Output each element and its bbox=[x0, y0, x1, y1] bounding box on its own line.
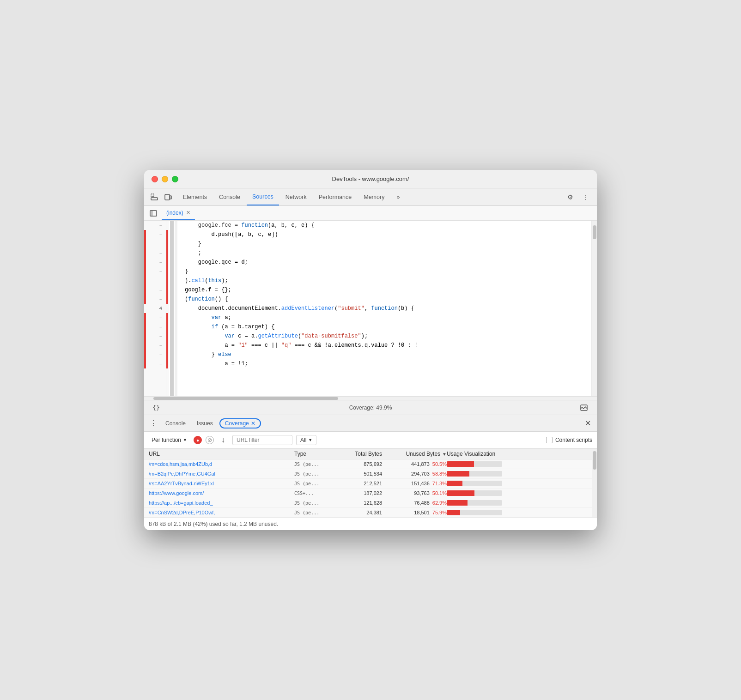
bottom-panel: {} Coverage: 49.9% ⋮ Console Issues Cove… bbox=[144, 400, 597, 530]
cell-unused: 18,501 75.9% bbox=[382, 510, 447, 515]
code-line: ).call(this); bbox=[185, 276, 597, 285]
screenshot-icon[interactable] bbox=[577, 401, 590, 414]
devtools-window: DevTools - www.google.com/ Elements Cons… bbox=[144, 170, 597, 530]
all-filter-dropdown[interactable]: All ▼ bbox=[296, 435, 316, 445]
code-line: document.documentElement.addEventListene… bbox=[185, 304, 597, 313]
cell-type: JS (pe... bbox=[294, 471, 336, 477]
sidebar-toggle-icon[interactable] bbox=[148, 208, 159, 219]
cell-unused: 151,436 71.3% bbox=[382, 481, 447, 486]
cell-vis bbox=[447, 471, 592, 477]
source-tab-close-icon[interactable]: ✕ bbox=[186, 210, 190, 216]
bottom-tabs-bar: ⋮ Console Issues Coverage ✕ ✕ bbox=[144, 415, 597, 432]
traffic-lights bbox=[152, 176, 178, 182]
cell-total: 121,628 bbox=[336, 500, 382, 506]
cell-total: 875,692 bbox=[336, 461, 382, 467]
tab-sources[interactable]: Sources bbox=[247, 188, 279, 205]
svg-rect-1 bbox=[151, 198, 158, 200]
code-line: google.f = {}; bbox=[185, 285, 597, 295]
line-num: – bbox=[144, 239, 166, 248]
line-num: – bbox=[144, 295, 166, 304]
minimize-button[interactable] bbox=[162, 176, 168, 182]
cell-unused: 441,873 50.5% bbox=[382, 461, 447, 467]
table-row[interactable]: /m=B2qlPe,DhPYme,GU4Gal JS (pe... 501,53… bbox=[144, 469, 597, 479]
device-icon[interactable] bbox=[162, 191, 175, 204]
cell-vis bbox=[447, 461, 592, 467]
line-num: – bbox=[144, 359, 166, 368]
cell-vis bbox=[447, 490, 592, 496]
cell-total: 212,521 bbox=[336, 481, 382, 486]
cell-url: /m=CnSW2d,DPreE,P10Owf, bbox=[149, 510, 294, 515]
clear-icon[interactable]: ⊘ bbox=[206, 436, 214, 444]
tab-console-bottom[interactable]: Console bbox=[161, 418, 190, 428]
code-line: ; bbox=[185, 248, 597, 258]
code-line: } bbox=[185, 267, 597, 276]
per-function-dropdown[interactable]: Per function ▼ bbox=[149, 436, 190, 444]
used-portion bbox=[447, 510, 460, 515]
source-file-tab[interactable]: (index) ✕ bbox=[162, 206, 195, 220]
table-scrollbar[interactable] bbox=[592, 449, 597, 518]
table-scroll-thumb[interactable] bbox=[593, 451, 596, 470]
source-code[interactable]: google.fce = function(a, b, c, e) { d.pu… bbox=[177, 221, 597, 396]
bottom-panel-close-icon[interactable]: ✕ bbox=[582, 418, 593, 429]
content-scripts-toggle[interactable]: Content scripts bbox=[546, 437, 592, 443]
cell-unused: 76,488 62.9% bbox=[382, 500, 447, 506]
table-row[interactable]: /m=CnSW2d,DPreE,P10Owf, JS (pe... 24,381… bbox=[144, 508, 597, 518]
cell-type: JS (pe... bbox=[294, 501, 336, 506]
col-header-unused[interactable]: Unused Bytes ▼ bbox=[382, 451, 447, 457]
cell-vis bbox=[447, 500, 592, 506]
line-num: – bbox=[144, 341, 166, 350]
cell-total: 187,022 bbox=[336, 490, 382, 496]
table-row[interactable]: /rs=AA2YrTvBynad-nWEy1xl JS (pe... 212,5… bbox=[144, 479, 597, 489]
maximize-button[interactable] bbox=[172, 176, 178, 182]
more-options-icon[interactable]: ⋮ bbox=[579, 191, 592, 204]
svg-rect-4 bbox=[150, 211, 157, 216]
line-num: – bbox=[144, 350, 166, 359]
devtools-nav-bar: Elements Console Sources Network Perform… bbox=[144, 188, 597, 206]
settings-icon[interactable]: ⚙ bbox=[564, 191, 577, 204]
line-numbers-gutter: – – – – – – – – – 4 – – – – – – bbox=[144, 221, 166, 396]
coverage-tab-close-icon[interactable]: ✕ bbox=[251, 420, 255, 427]
col-header-total[interactable]: Total Bytes bbox=[336, 451, 382, 457]
table-row[interactable]: https://ap.../cb=gapi.loaded_ JS (pe... … bbox=[144, 498, 597, 508]
cell-unused: 93,763 50.1% bbox=[382, 490, 447, 496]
braces-icon[interactable]: {} bbox=[150, 401, 163, 414]
close-button[interactable] bbox=[152, 176, 158, 182]
table-row[interactable]: /m=cdos,hsm,jsa,mb4ZUb,d JS (pe... 875,6… bbox=[144, 459, 597, 469]
tab-network[interactable]: Network bbox=[280, 188, 312, 205]
line-num: – bbox=[144, 332, 166, 341]
code-line: d.push([a, b, c, e]) bbox=[185, 230, 597, 239]
tab-coverage-bottom[interactable]: Coverage ✕ bbox=[219, 418, 261, 428]
tab-issues-bottom[interactable]: Issues bbox=[192, 418, 218, 428]
scrollbar-thumb[interactable] bbox=[593, 225, 596, 239]
coverage-bar bbox=[170, 221, 174, 396]
col-header-url[interactable]: URL bbox=[149, 451, 294, 457]
table-header: URL Type Total Bytes Unused Bytes ▼ Usag… bbox=[144, 449, 597, 459]
record-icon[interactable]: ● bbox=[194, 436, 202, 444]
inspect-icon[interactable] bbox=[148, 191, 161, 204]
h-scrollbar-thumb[interactable] bbox=[153, 397, 338, 400]
bottom-tab-menu-icon[interactable]: ⋮ bbox=[148, 418, 159, 429]
col-header-type[interactable]: Type bbox=[294, 451, 336, 457]
download-icon[interactable]: ↓ bbox=[218, 434, 229, 446]
tab-elements[interactable]: Elements bbox=[177, 188, 213, 205]
tab-console[interactable]: Console bbox=[213, 188, 246, 205]
usage-bar bbox=[447, 471, 502, 477]
content-scripts-label: Content scripts bbox=[555, 437, 592, 443]
vertical-scrollbar[interactable] bbox=[591, 221, 597, 396]
cell-url: https://ap.../cb=gapi.loaded_ bbox=[149, 500, 294, 506]
used-portion bbox=[447, 500, 468, 506]
url-filter-input[interactable] bbox=[232, 435, 292, 445]
tab-memory[interactable]: Memory bbox=[358, 188, 390, 205]
usage-bar bbox=[447, 510, 502, 515]
code-line: a = !1; bbox=[185, 359, 597, 368]
horizontal-scrollbar[interactable] bbox=[144, 396, 597, 400]
col-header-vis[interactable]: Usage Visualization bbox=[447, 451, 592, 457]
tab-performance[interactable]: Performance bbox=[313, 188, 358, 205]
svg-rect-2 bbox=[165, 194, 170, 200]
content-scripts-checkbox[interactable] bbox=[546, 437, 553, 443]
table-row[interactable]: https://www.google.com/ CSS+... 187,022 … bbox=[144, 489, 597, 498]
line-num: – bbox=[144, 267, 166, 276]
usage-bar bbox=[447, 490, 502, 496]
cell-vis bbox=[447, 481, 592, 486]
tab-more[interactable]: » bbox=[391, 188, 405, 205]
